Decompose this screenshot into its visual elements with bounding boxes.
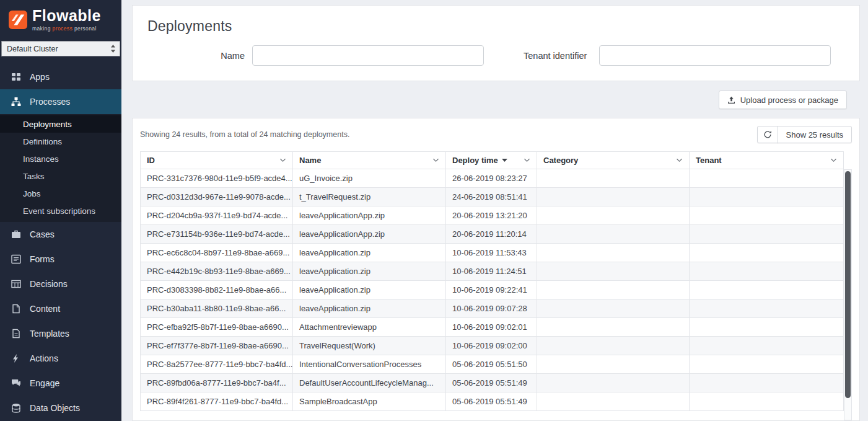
cell-tenant: [690, 225, 844, 244]
table-row[interactable]: PRC-331c7376-980d-11e9-b5f9-acde4...uG_I…: [141, 169, 844, 188]
cell-deploy-time: 05-06-2019 05:51:49: [446, 392, 537, 411]
sidebar-item-actions[interactable]: Actions: [0, 346, 121, 371]
forms-icon: [11, 254, 22, 264]
column-header-deploy-time[interactable]: Deploy time: [446, 152, 537, 169]
sidebar-item-label: Content: [30, 304, 60, 314]
sidebar-subitem-deployments[interactable]: Deployments: [0, 115, 121, 133]
cell-id: PRC-d3083398-8b82-11e9-8bae-a66...: [141, 281, 293, 299]
sidebar-item-cases[interactable]: Cases: [0, 222, 121, 247]
data-objects-icon: [11, 403, 22, 413]
sidebar-item-forms[interactable]: Forms: [0, 247, 121, 272]
cell-deploy-time: 10-06-2019 11:24:51: [446, 262, 537, 281]
cell-tenant: [690, 169, 844, 188]
cell-category: [537, 355, 690, 374]
column-header-category[interactable]: Category: [537, 152, 690, 169]
cell-deploy-time: 26-06-2019 08:23:27: [446, 169, 537, 188]
show-results-button[interactable]: Show 25 results: [778, 126, 853, 143]
cell-category: [537, 281, 690, 299]
content-icon: [11, 304, 22, 314]
results-actions: Show 25 results: [757, 126, 853, 143]
sidebar-subitem-label: Jobs: [23, 189, 41, 198]
table-row[interactable]: PRC-d0312d3d-967e-11e9-9078-acde...t_Tra…: [141, 188, 844, 206]
cell-tenant: [690, 318, 844, 337]
deployments-table: IDNameDeploy timeCategoryTenant PRC-331c…: [140, 151, 852, 420]
table-row[interactable]: PRC-ec6c8c04-8b97-11e9-8bae-a669...leave…: [141, 244, 844, 262]
cell-category: [537, 374, 690, 392]
sidebar-subitem-jobs[interactable]: Jobs: [0, 185, 121, 202]
cell-name: leaveApplication.zip: [293, 244, 446, 262]
column-menu-chevron-icon[interactable]: [830, 158, 837, 162]
sidebar-item-label: Decisions: [30, 279, 68, 289]
sidebar-item-engage[interactable]: Engage: [0, 371, 121, 396]
cases-icon: [11, 229, 22, 239]
cluster-select[interactable]: Default Cluster: [1, 41, 120, 56]
cell-id: PRC-ec6c8c04-8b97-11e9-8bae-a669...: [141, 244, 293, 262]
cell-deploy-time: 24-06-2019 08:51:41: [446, 188, 537, 206]
brand-tagline: making process personal: [32, 25, 101, 32]
brand-name: Flowable: [32, 8, 101, 24]
filter-row: Name Tenant identifier: [147, 45, 844, 66]
upload-button[interactable]: Upload process or package: [719, 91, 847, 109]
cell-deploy-time: 20-06-2019 13:21:20: [446, 206, 537, 225]
column-menu-chevron-icon[interactable]: [432, 158, 439, 162]
refresh-icon: [763, 130, 772, 139]
sidebar-nav: AppsProcessesDeploymentsDefinitionsInsta…: [0, 64, 121, 421]
column-header-id[interactable]: ID: [141, 152, 293, 169]
cell-id: PRC-d0312d3d-967e-11e9-9078-acde...: [141, 188, 293, 206]
sidebar-subitem-instances[interactable]: Instances: [0, 150, 121, 167]
upload-button-label: Upload process or package: [740, 95, 838, 105]
cell-tenant: [690, 244, 844, 262]
cell-id: PRC-89f4f261-8777-11e9-bbc7-ba4fd...: [141, 392, 293, 411]
sidebar-item-processes[interactable]: Processes: [0, 89, 121, 114]
column-menu-chevron-icon[interactable]: [676, 158, 683, 162]
sidebar-item-data-objects[interactable]: Data Objects: [0, 396, 121, 420]
cell-id: PRC-e731154b-936e-11e9-bd74-acde...: [141, 225, 293, 244]
sidebar-subitem-label: Deployments: [23, 120, 72, 129]
cell-name: leaveApplication.zip: [293, 281, 446, 299]
decisions-icon: [11, 279, 22, 289]
cell-tenant: [690, 355, 844, 374]
table-scrollbar[interactable]: [844, 169, 852, 420]
table-row[interactable]: PRC-efba92f5-8b7f-11e9-8bae-a6690...Atta…: [141, 318, 844, 337]
refresh-button[interactable]: [757, 126, 778, 143]
table-row[interactable]: PRC-d204cb9a-937f-11e9-bd74-acde...leave…: [141, 206, 844, 225]
table-row[interactable]: PRC-e731154b-936e-11e9-bd74-acde...leave…: [141, 225, 844, 244]
column-header-tenant[interactable]: Tenant: [690, 152, 844, 169]
templates-icon: [11, 329, 22, 339]
sidebar-item-decisions[interactable]: Decisions: [0, 272, 121, 296]
sidebar-subitem-event-subscriptions[interactable]: Event subscriptions: [0, 202, 121, 219]
sidebar-subitem-tasks[interactable]: Tasks: [0, 167, 121, 185]
sidebar-subitem-definitions[interactable]: Definitions: [0, 133, 121, 150]
cell-category: [537, 337, 690, 355]
flowable-logo-icon: [9, 11, 27, 29]
cluster-select-value: Default Cluster: [7, 45, 58, 53]
sidebar-item-label: Engage: [30, 378, 59, 388]
table-row[interactable]: PRC-89f4f261-8777-11e9-bbc7-ba4fd...Samp…: [141, 392, 844, 411]
cell-name: Attachmentreviewapp: [293, 318, 446, 337]
column-header-name[interactable]: Name: [293, 152, 446, 169]
cell-tenant: [690, 262, 844, 281]
table-row[interactable]: PRC-89fbd06a-8777-11e9-bbc7-ba4f...Defau…: [141, 374, 844, 392]
cell-deploy-time: 10-06-2019 09:22:41: [446, 281, 537, 299]
sidebar-item-content[interactable]: Content: [0, 296, 121, 321]
scrollbar-thumb[interactable]: [845, 171, 851, 398]
column-menu-chevron-icon[interactable]: [524, 158, 530, 162]
table-row[interactable]: PRC-8a2577ee-8777-11e9-bbc7-ba4fd...Inte…: [141, 355, 844, 374]
table-row[interactable]: PRC-b30aba11-8b80-11e9-8bae-a66...leaveA…: [141, 299, 844, 318]
name-filter-input[interactable]: [252, 45, 484, 66]
sidebar-item-apps[interactable]: Apps: [0, 64, 121, 89]
cell-tenant: [690, 374, 844, 392]
actions-icon: [11, 353, 22, 363]
tenant-filter-input[interactable]: [599, 45, 831, 66]
cell-name: TravelRequest(Work): [293, 337, 446, 355]
table-row[interactable]: PRC-ef7f377e-8b7f-11e9-8bae-a6690...Trav…: [141, 337, 844, 355]
sidebar-item-templates[interactable]: Templates: [0, 321, 121, 346]
table-row[interactable]: PRC-e442b19c-8b93-11e9-8bae-a669...leave…: [141, 262, 844, 281]
deployments-header-card: Deployments Name Tenant identifier: [132, 5, 860, 81]
table-row[interactable]: PRC-d3083398-8b82-11e9-8bae-a66...leaveA…: [141, 281, 844, 299]
cell-deploy-time: 05-06-2019 05:51:49: [446, 374, 537, 392]
column-menu-chevron-icon[interactable]: [279, 158, 286, 162]
cell-id: PRC-ef7f377e-8b7f-11e9-8bae-a6690...: [141, 337, 293, 355]
sidebar-subitem-label: Definitions: [23, 137, 62, 146]
cell-category: [537, 206, 690, 225]
